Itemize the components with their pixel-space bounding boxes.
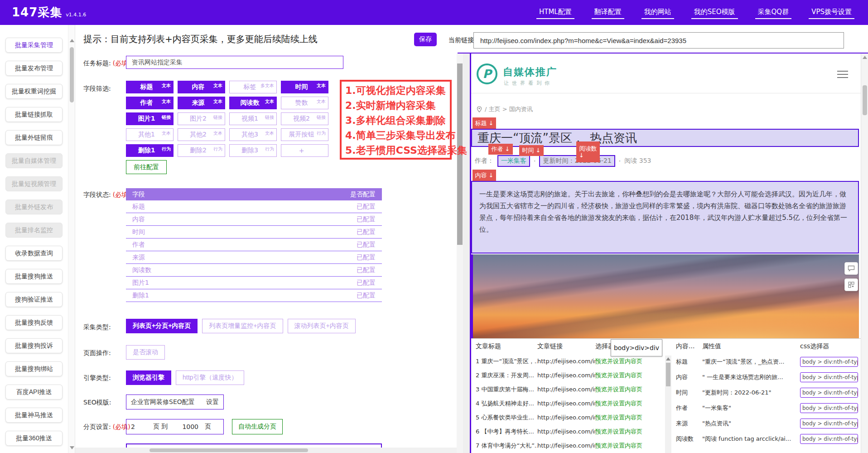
- hamburger-menu-icon[interactable]: [837, 71, 848, 80]
- article-link-cell[interactable]: http://feijiseo.com/in...: [537, 442, 595, 449]
- preview-setup-link[interactable]: 预览并设置内容页: [595, 385, 659, 394]
- seo-template-select[interactable]: 企业官网装修SEO配置 设置: [126, 395, 224, 409]
- css-selector-box[interactable]: body > div:nth-of-type(1) > d...: [800, 434, 858, 444]
- field-button-视频1[interactable]: 视频1链接: [229, 112, 277, 125]
- main-horizontal-scrollbar[interactable]: [75, 448, 457, 453]
- field-button-赞数[interactable]: 赞数文本: [281, 97, 328, 109]
- field-button-来源[interactable]: 来源文本: [178, 97, 225, 109]
- scroll-thumb[interactable]: [863, 85, 867, 115]
- sidebar-item[interactable]: 搜狗验证推送: [5, 292, 63, 307]
- sidebar-item[interactable]: 批量发布管理: [5, 61, 63, 76]
- nav-item-我的SEO模版[interactable]: 我的SEO模版: [691, 6, 738, 19]
- right-panel-scrollbar[interactable]: [861, 54, 868, 453]
- collect-type-option[interactable]: 列表页+分页+内容页: [126, 319, 198, 333]
- collect-type-option[interactable]: 滚动列表页+内容页: [288, 319, 356, 333]
- field-button-视频2[interactable]: 视频2链接: [281, 112, 328, 125]
- css-selector-box[interactable]: body > div:nth-of-type(1) > d...: [800, 403, 858, 413]
- sidebar-item[interactable]: 批量权重词挖掘: [5, 84, 63, 99]
- article-title[interactable]: 重庆一“顶流”景区，_热点资讯: [471, 129, 859, 147]
- article-link-cell[interactable]: http://feijiseo.com/in...: [537, 400, 595, 407]
- article-list-scrollbar[interactable]: [665, 356, 671, 453]
- scroll-thumb[interactable]: [149, 448, 308, 452]
- auto-generate-pagination-button[interactable]: 自动生成分页: [232, 419, 283, 434]
- sidebar-item[interactable]: 批量搜狗推送: [5, 269, 63, 284]
- article-link-cell[interactable]: http://feijiseo.com/in...: [537, 386, 595, 393]
- field-button-删除1[interactable]: 删除1行为: [126, 144, 174, 157]
- field-button-标题[interactable]: 标题文本: [126, 81, 174, 93]
- css-selector-box[interactable]: body > div:nth-of-type(1) > d...: [800, 388, 858, 398]
- article-link-cell[interactable]: http://feijiseo.com/in...: [537, 414, 595, 421]
- sidebar-item[interactable]: 批量搜狗绑站: [5, 361, 63, 376]
- field-button-+[interactable]: +: [281, 144, 328, 157]
- time-field-tag[interactable]: 时间 ↓: [519, 145, 544, 156]
- sidebar-item[interactable]: 收录数据查询: [5, 246, 63, 261]
- engine-type-option[interactable]: 浏览器引擎: [126, 370, 171, 385]
- field-button-其他2[interactable]: 其他2文本: [178, 128, 225, 141]
- sidebar-item[interactable]: 百度API推送: [5, 385, 63, 399]
- go-config-button[interactable]: 前往配置: [126, 160, 167, 174]
- preview-left-scrollbar[interactable]: [457, 54, 463, 453]
- main-vertical-scrollbar[interactable]: [68, 25, 75, 453]
- preview-setup-link[interactable]: 预览并设置内容页: [595, 442, 659, 450]
- nav-item-采集QQ群[interactable]: 采集QQ群: [755, 6, 792, 19]
- field-button-作者[interactable]: 作者文本: [126, 97, 174, 109]
- pagination-to[interactable]: 1000: [182, 423, 198, 430]
- sidebar-item[interactable]: 批量链接抓取: [5, 107, 63, 122]
- field-button-内容[interactable]: 内容文本: [178, 81, 225, 93]
- save-button[interactable]: 保存: [414, 33, 437, 46]
- scroll-up-arrow-icon[interactable]: [70, 39, 74, 42]
- field-button-删除2[interactable]: 删除2行为: [178, 144, 225, 157]
- preview-setup-link[interactable]: 预览并设置内容页: [595, 357, 659, 365]
- scroll-up-arrow-icon[interactable]: [666, 357, 670, 360]
- field-button-时间[interactable]: 时间文本: [281, 81, 328, 93]
- preview-setup-link[interactable]: 预览并设置内容页: [595, 399, 659, 408]
- article-link-cell[interactable]: http://feijiseo.com/in...: [537, 372, 595, 379]
- preview-setup-link[interactable]: 预览并设置内容页: [595, 414, 659, 422]
- current-link-input[interactable]: [473, 32, 844, 49]
- nav-item-HTML配置[interactable]: HTML配置: [536, 6, 574, 19]
- sidebar-item[interactable]: 批量外链留痕: [5, 130, 63, 145]
- field-button-删除3[interactable]: 删除3行为: [229, 144, 277, 157]
- field-button-阅读数[interactable]: 阅读数文本: [229, 97, 277, 109]
- scroll-down-arrow-icon[interactable]: [70, 446, 74, 449]
- nav-item-翻译配置[interactable]: 翻译配置: [592, 6, 624, 19]
- sidebar-item[interactable]: 批量360推送: [5, 431, 63, 446]
- field-button-图片2[interactable]: 图片2链接: [178, 112, 225, 125]
- scroll-thumb[interactable]: [70, 47, 74, 102]
- sidebar-item[interactable]: 批量搜狗投诉: [5, 338, 63, 353]
- css-selector-box[interactable]: body > div:nth-of-type(1) > d...: [800, 372, 858, 382]
- nav-item-VPS拨号设置[interactable]: VPS拨号设置: [809, 6, 854, 19]
- page-action-option[interactable]: 是否滚动: [126, 345, 165, 360]
- field-button-图片1[interactable]: 图片1链接: [126, 112, 174, 125]
- reads-field-tag[interactable]: 阅读数↓: [576, 141, 600, 162]
- field-button-展开按钮[interactable]: 展开按钮行为: [281, 128, 328, 141]
- field-button-标签[interactable]: 标签多文本: [229, 81, 277, 93]
- collect-type-option[interactable]: 列表页增量监控+内容页: [202, 319, 283, 333]
- article-link-cell[interactable]: http://feijiseo.com/in...: [537, 428, 595, 435]
- breadcrumb[interactable]: / 主页 > 国内资讯: [477, 105, 533, 113]
- nav-item-我的网站[interactable]: 我的网站: [641, 6, 674, 19]
- seo-settings-button[interactable]: 设置: [206, 398, 219, 406]
- article-link-cell[interactable]: http://feijiseo.com/in...: [537, 358, 595, 365]
- sidebar-item[interactable]: 批量神马推送: [5, 408, 63, 423]
- preview-setup-link[interactable]: 预览并设置内容页: [595, 371, 659, 380]
- scroll-up-arrow-icon[interactable]: [863, 56, 867, 59]
- preview-setup-link[interactable]: 预览并设置内容页: [595, 428, 659, 436]
- sidebar-item[interactable]: 批量搜狗反馈: [5, 315, 63, 330]
- comment-bubble-button[interactable]: [844, 262, 858, 275]
- engine-type-option[interactable]: http引擎（速度快）: [176, 370, 244, 385]
- css-selector-box[interactable]: body > div:nth-of-type(1) > d...: [800, 357, 858, 367]
- field-button-其他3[interactable]: 其他3文本: [229, 128, 277, 141]
- sidebar-item[interactable]: 批量采集管理: [5, 38, 63, 53]
- task-title-input[interactable]: [126, 56, 343, 69]
- scroll-thumb[interactable]: [666, 363, 670, 386]
- pagination-from[interactable]: 2: [131, 423, 135, 430]
- author-value[interactable]: 一米集客: [497, 155, 530, 167]
- title-field-tag[interactable]: 标题 ↓: [473, 117, 496, 129]
- author-field-tag[interactable]: 作者 ↓: [488, 144, 513, 155]
- css-selector-box[interactable]: body > div:nth-of-type(1) > d...: [800, 419, 858, 429]
- content-field-tag[interactable]: 内容 ↓: [473, 170, 496, 181]
- pagination-inputs[interactable]: 2 页 到 1000 页: [126, 419, 224, 434]
- qr-code-button[interactable]: [844, 278, 858, 291]
- field-button-其他1[interactable]: 其他1文本: [126, 128, 174, 141]
